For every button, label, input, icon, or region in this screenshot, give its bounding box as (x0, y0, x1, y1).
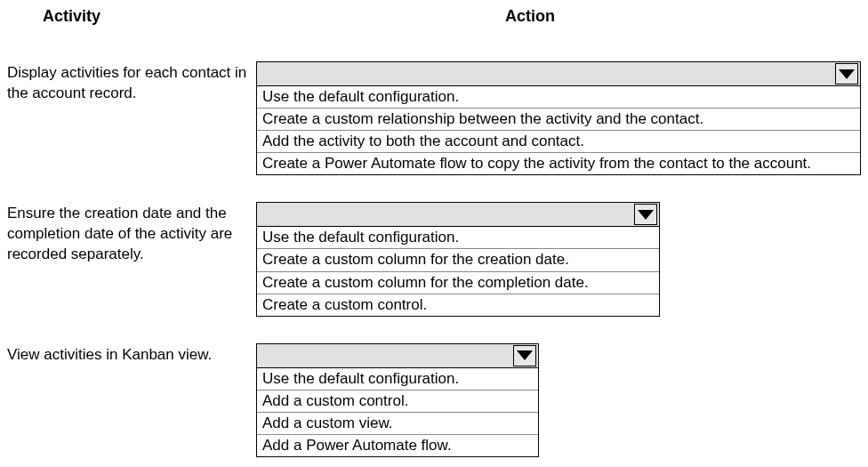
activity-text: Display activities for each contact in t… (7, 61, 256, 104)
dropdown[interactable]: Use the default configuration. Create a … (256, 61, 861, 175)
dropdown-option[interactable]: Create a custom control. (257, 294, 659, 316)
dropdown-toggle[interactable] (634, 204, 657, 225)
header-action: Action (505, 7, 555, 26)
dropdown-options: Use the default configuration. Create a … (256, 227, 660, 316)
dropdown-option[interactable]: Use the default configuration. (257, 368, 538, 390)
dropdown-option[interactable]: Create a custom column for the creation … (257, 248, 659, 270)
chevron-down-icon (839, 69, 855, 79)
dropdown-option[interactable]: Create a custom relationship between the… (257, 108, 860, 130)
dropdown-option[interactable]: Add the activity to both the account and… (257, 130, 860, 152)
activity-text: View activities in Kanban view. (7, 343, 256, 366)
dropdown-option[interactable]: Use the default configuration. (257, 227, 659, 248)
dropdown-options: Use the default configuration. Add a cus… (256, 368, 539, 457)
header-activity: Activity (43, 7, 505, 26)
question-row: Ensure the creation date and the complet… (7, 202, 861, 316)
dropdown[interactable]: Use the default configuration. Create a … (256, 202, 660, 316)
dropdown-header[interactable] (256, 61, 861, 86)
question-row: Display activities for each contact in t… (7, 61, 861, 175)
chevron-down-icon (638, 210, 654, 220)
dropdown-options: Use the default configuration. Create a … (256, 86, 861, 175)
dropdown-toggle[interactable] (835, 63, 858, 85)
dropdown-header[interactable] (256, 343, 539, 368)
dropdown-header[interactable] (256, 202, 660, 227)
column-headers: Activity Action (7, 7, 861, 26)
dropdown-option[interactable]: Add a Power Automate flow. (257, 434, 538, 456)
dropdown-option[interactable]: Add a custom view. (257, 412, 538, 434)
dropdown-toggle[interactable] (513, 345, 536, 366)
dropdown-option[interactable]: Use the default configuration. (257, 86, 860, 108)
dropdown-option[interactable]: Create a Power Automate flow to copy the… (257, 152, 860, 174)
activity-text: Ensure the creation date and the complet… (7, 202, 256, 265)
dropdown-option[interactable]: Create a custom column for the completio… (257, 271, 659, 294)
chevron-down-icon (517, 350, 533, 360)
dropdown-option[interactable]: Add a custom control. (257, 390, 538, 412)
dropdown[interactable]: Use the default configuration. Add a cus… (256, 343, 539, 457)
question-row: View activities in Kanban view. Use the … (7, 343, 861, 457)
